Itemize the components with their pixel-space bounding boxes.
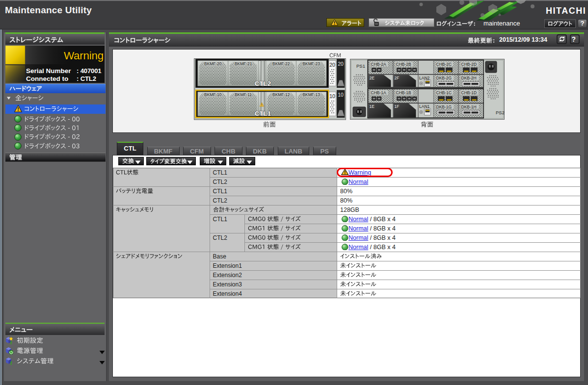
svg-text:BKMF-20: BKMF-20 [204,61,222,66]
svg-text:1F: 1F [394,104,399,109]
svg-text:CHB-2D: CHB-2D [461,62,477,67]
svg-text:PS2: PS2 [496,110,505,115]
svg-text:DKB-1H: DKB-1H [461,104,476,109]
svg-text:10: 10 [338,92,344,98]
svg-text:10: 10 [329,93,335,99]
svg-text:2E: 2E [369,76,374,80]
svg-text:PS1: PS1 [356,63,365,69]
svg-text:DKB-1G: DKB-1G [436,104,452,109]
svg-text:BKMF-23: BKMF-23 [302,61,320,66]
svg-text:CHB-1C: CHB-1C [436,90,452,95]
svg-text:20: 20 [329,62,335,68]
svg-text:DKB-2G: DKB-2G [436,76,452,80]
svg-text:BKMF-12: BKMF-12 [272,92,290,97]
svg-text:1E: 1E [369,104,374,109]
svg-text:CHB-1B: CHB-1B [396,90,411,95]
svg-text:DKB-2H: DKB-2H [461,76,476,80]
svg-text:CTL2: CTL2 [254,80,271,87]
svg-text:BKMF-22: BKMF-22 [272,61,290,66]
svg-text:BKMF-10: BKMF-10 [204,92,222,97]
svg-text:2F: 2F [394,76,399,80]
svg-text:LAN1: LAN1 [419,104,430,109]
svg-text:CTL1: CTL1 [254,110,271,117]
svg-text:CHB-2B: CHB-2B [396,62,411,67]
svg-text:CHB-2C: CHB-2C [436,62,452,67]
svg-text:BKMF-11: BKMF-11 [235,92,252,97]
svg-text:BKMF-13: BKMF-13 [302,92,320,97]
svg-text:CHB-2A: CHB-2A [371,62,386,67]
svg-text:CHB-1A: CHB-1A [371,90,386,95]
svg-text:LAN2: LAN2 [419,76,430,80]
svg-text:20: 20 [338,61,344,67]
svg-text:CHB-1D: CHB-1D [461,90,477,95]
svg-text:BKMF-21: BKMF-21 [234,61,252,66]
